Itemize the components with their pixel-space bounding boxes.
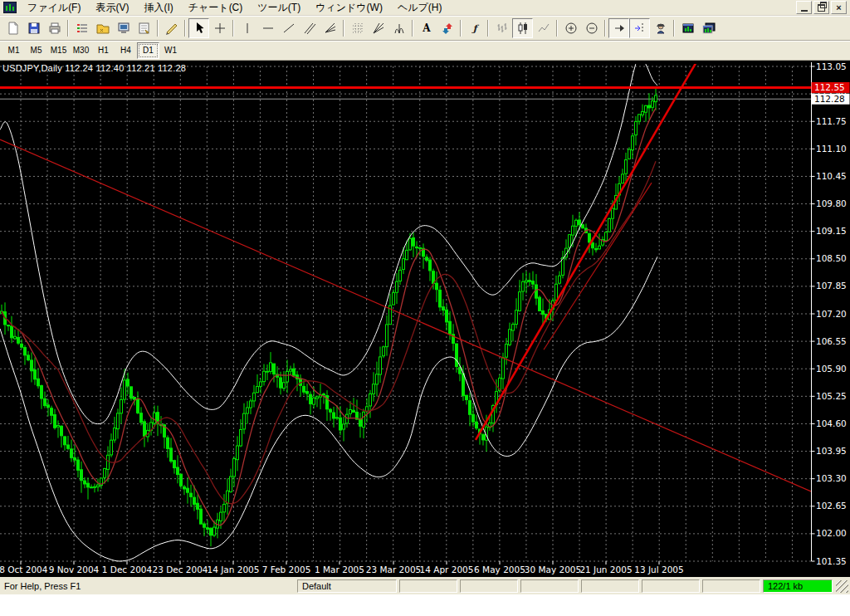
indicators-fx-icon: ƒ bbox=[468, 22, 481, 35]
toolbar-separator bbox=[157, 20, 159, 37]
profiles-window-button[interactable] bbox=[698, 18, 719, 38]
svg-text:1 Mar 2005: 1 Mar 2005 bbox=[315, 565, 364, 574]
menu-help[interactable]: ヘルプ(H) bbox=[390, 0, 450, 16]
zoom-in-button[interactable] bbox=[560, 18, 581, 38]
bar-chart-button[interactable] bbox=[491, 18, 512, 38]
chart-shift-button[interactable] bbox=[629, 18, 650, 38]
svg-text:103.95: 103.95 bbox=[816, 446, 847, 456]
auto-scroll-button[interactable] bbox=[608, 18, 629, 38]
svg-text:101.35: 101.35 bbox=[816, 556, 847, 566]
close-button[interactable]: × bbox=[831, 1, 847, 14]
cycle-lines-icon bbox=[393, 22, 406, 35]
timeframe-m15[interactable]: M15 bbox=[47, 42, 70, 59]
grid-button[interactable] bbox=[347, 18, 368, 38]
svg-text:14 Apr 2005: 14 Apr 2005 bbox=[420, 565, 474, 574]
zoom-out-button[interactable] bbox=[581, 18, 602, 38]
timeframe-h1[interactable]: H1 bbox=[92, 42, 115, 59]
resize-grip[interactable] bbox=[836, 580, 848, 593]
chart-system-icon[interactable] bbox=[3, 2, 17, 13]
svg-text:105.25: 105.25 bbox=[816, 391, 847, 401]
svg-text:A: A bbox=[422, 22, 431, 34]
horizontal-line-button[interactable] bbox=[257, 18, 278, 38]
objects-icon bbox=[165, 22, 178, 35]
cursor-button[interactable] bbox=[188, 18, 209, 38]
svg-text:102.65: 102.65 bbox=[816, 501, 847, 511]
terminal-button[interactable] bbox=[113, 18, 134, 38]
new-window-button[interactable] bbox=[677, 18, 698, 38]
svg-text:ƒ: ƒ bbox=[471, 23, 479, 34]
menu-charts[interactable]: チャート(C) bbox=[181, 0, 251, 16]
crosshair-button[interactable] bbox=[209, 18, 230, 38]
grid-icon bbox=[351, 22, 364, 35]
objects-button[interactable] bbox=[161, 18, 182, 38]
menu-view[interactable]: 表示(V) bbox=[88, 0, 136, 16]
mdi-window-controls: × bbox=[796, 1, 848, 14]
minimize-button[interactable] bbox=[796, 1, 812, 14]
chart-properties-icon bbox=[138, 22, 151, 35]
svg-text:112.28: 112.28 bbox=[814, 94, 845, 104]
toolbar: A ƒ bbox=[0, 16, 850, 41]
arrow-objects-button[interactable] bbox=[437, 18, 457, 38]
chart-properties-button[interactable] bbox=[134, 18, 154, 38]
menu-file[interactable]: ファイル(F) bbox=[20, 0, 88, 16]
zoom-out-icon bbox=[585, 22, 598, 35]
menu-insert[interactable]: 挿入(I) bbox=[136, 0, 180, 16]
line-chart-button[interactable] bbox=[533, 18, 554, 38]
chart-area[interactable]: 113.05112.40111.75111.10110.45109.80109.… bbox=[0, 61, 850, 577]
navigator-button[interactable] bbox=[92, 18, 113, 38]
new-window-icon bbox=[681, 22, 695, 35]
svg-text:108.50: 108.50 bbox=[816, 253, 847, 263]
toolbar-separator bbox=[604, 20, 606, 37]
market-watch-icon bbox=[76, 22, 89, 35]
terminal-icon bbox=[117, 22, 130, 35]
horizontal-line-icon bbox=[261, 22, 275, 35]
cycle-lines-button[interactable] bbox=[388, 18, 409, 38]
svg-text:113.05: 113.05 bbox=[816, 61, 847, 71]
toolbar-separator bbox=[232, 20, 234, 37]
toolbar-separator bbox=[412, 20, 413, 37]
indicators-button[interactable]: ƒ bbox=[464, 18, 485, 38]
expert-advisor-button[interactable] bbox=[650, 18, 671, 38]
print-button[interactable] bbox=[44, 18, 65, 38]
profiles-window-icon bbox=[702, 22, 716, 35]
timeframe-w1[interactable]: W1 bbox=[159, 42, 182, 59]
save-button[interactable] bbox=[23, 18, 44, 38]
channel-button[interactable] bbox=[299, 18, 320, 38]
text-label-icon: A bbox=[420, 22, 433, 35]
svg-text:107.85: 107.85 bbox=[816, 281, 847, 291]
line-chart-icon bbox=[537, 22, 550, 35]
new-chart-button[interactable] bbox=[2, 18, 23, 38]
status-profile[interactable]: Default bbox=[297, 579, 397, 593]
toolbar-separator bbox=[460, 20, 462, 37]
toolbar-separator bbox=[673, 20, 675, 37]
gann-fan-button[interactable] bbox=[368, 18, 388, 38]
trendline-button[interactable] bbox=[278, 18, 299, 38]
svg-text:111.75: 111.75 bbox=[816, 116, 847, 126]
timeframe-m30[interactable]: M30 bbox=[70, 42, 92, 59]
timeframe-h4[interactable]: H4 bbox=[115, 42, 137, 59]
status-panel bbox=[520, 579, 579, 593]
svg-text:109.80: 109.80 bbox=[816, 198, 847, 208]
chart-shift-icon bbox=[633, 22, 647, 35]
candlestick-chart-button[interactable] bbox=[512, 18, 533, 38]
navigator-icon bbox=[96, 22, 110, 35]
fibonacci-button[interactable] bbox=[320, 18, 340, 38]
price-chart-canvas[interactable]: 113.05112.40111.75111.10110.45109.80109.… bbox=[0, 61, 850, 577]
timeframe-m5[interactable]: M5 bbox=[25, 42, 47, 59]
text-label-button[interactable]: A bbox=[416, 18, 437, 38]
restore-button[interactable] bbox=[813, 1, 829, 14]
vertical-line-button[interactable] bbox=[237, 18, 257, 38]
toolbar-separator bbox=[487, 20, 489, 37]
menu-tools[interactable]: ツール(T) bbox=[250, 0, 308, 16]
toolbar-separator bbox=[343, 20, 344, 37]
timeframe-d1[interactable]: D1 bbox=[137, 42, 159, 59]
menu-bar: ファイル(F) 表示(V) 挿入(I) チャート(C) ツール(T) ウィンドウ… bbox=[0, 0, 850, 16]
svg-text:112.55: 112.55 bbox=[814, 82, 845, 92]
svg-text:23 Dec 2004: 23 Dec 2004 bbox=[152, 565, 208, 574]
market-watch-button[interactable] bbox=[71, 18, 92, 38]
timeframe-m1[interactable]: M1 bbox=[2, 42, 25, 59]
menu-window[interactable]: ウィンドウ(W) bbox=[308, 0, 390, 16]
timeframe-bar: M1 M5 M15 M30 H1 H4 D1 W1 bbox=[0, 41, 850, 61]
connection-status[interactable]: 122/1 kb bbox=[763, 579, 833, 593]
svg-text:102.00: 102.00 bbox=[816, 528, 847, 538]
